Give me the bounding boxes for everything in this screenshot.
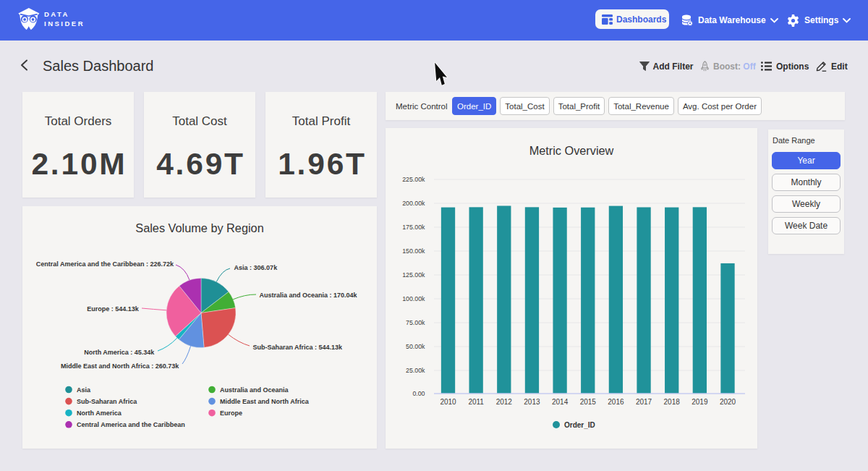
svg-text:25.00k: 25.00k — [406, 367, 425, 374]
svg-text:Australia and Oceania : 170.04: Australia and Oceania : 170.04k — [260, 292, 358, 299]
svg-text:100.00k: 100.00k — [402, 295, 425, 302]
svg-text:2013: 2013 — [524, 398, 540, 406]
svg-text:2017: 2017 — [636, 398, 652, 406]
svg-text:North America : 45.34k: North America : 45.34k — [84, 349, 155, 356]
svg-text:Sales Volume by Region: Sales Volume by Region — [135, 221, 263, 234]
svg-text:2015: 2015 — [580, 398, 597, 406]
svg-text:0.00: 0.00 — [412, 390, 425, 397]
svg-text:175.00k: 175.00k — [402, 224, 425, 231]
svg-text:Europe : 544.13k: Europe : 544.13k — [87, 305, 140, 313]
svg-text:Europe: Europe — [220, 410, 242, 417]
svg-text:North America: North America — [77, 410, 122, 417]
svg-text:Asia: Asia — [77, 386, 91, 394]
svg-text:75.00k: 75.00k — [406, 319, 425, 326]
svg-text:Order_ID: Order_ID — [564, 421, 595, 429]
svg-text:2020: 2020 — [720, 398, 736, 406]
svg-text:2011: 2011 — [468, 398, 484, 406]
svg-text:125.00k: 125.00k — [402, 271, 425, 279]
svg-text:Middle East and North Africa :: Middle East and North Africa : 260.73k — [61, 362, 179, 370]
svg-text:Metric Overview: Metric Overview — [529, 144, 614, 157]
svg-text:2018: 2018 — [664, 398, 681, 406]
svg-text:2014: 2014 — [552, 398, 569, 406]
svg-text:Sub-Saharan Africa : 544.13k: Sub-Saharan Africa : 544.13k — [252, 344, 343, 351]
svg-text:200.00k: 200.00k — [402, 200, 425, 207]
svg-text:2019: 2019 — [692, 398, 708, 406]
svg-text:2016: 2016 — [608, 398, 624, 406]
svg-text:225.00k: 225.00k — [402, 176, 425, 183]
svg-text:Central America and the Caribb: Central America and the Caribbean : 226.… — [36, 260, 174, 268]
svg-text:Asia : 306.07k: Asia : 306.07k — [234, 264, 278, 271]
svg-text:Central America and the Caribb: Central America and the Caribbean — [77, 421, 185, 428]
svg-text:150.00k: 150.00k — [402, 247, 425, 255]
svg-text:Sub-Saharan Africa: Sub-Saharan Africa — [77, 398, 137, 405]
svg-text:Middle East and North Africa: Middle East and North Africa — [220, 398, 310, 405]
svg-text:2010: 2010 — [440, 398, 456, 406]
svg-text:50.00k: 50.00k — [406, 343, 425, 350]
svg-text:2012: 2012 — [496, 398, 513, 406]
svg-text:Australia and Oceania: Australia and Oceania — [220, 386, 289, 394]
